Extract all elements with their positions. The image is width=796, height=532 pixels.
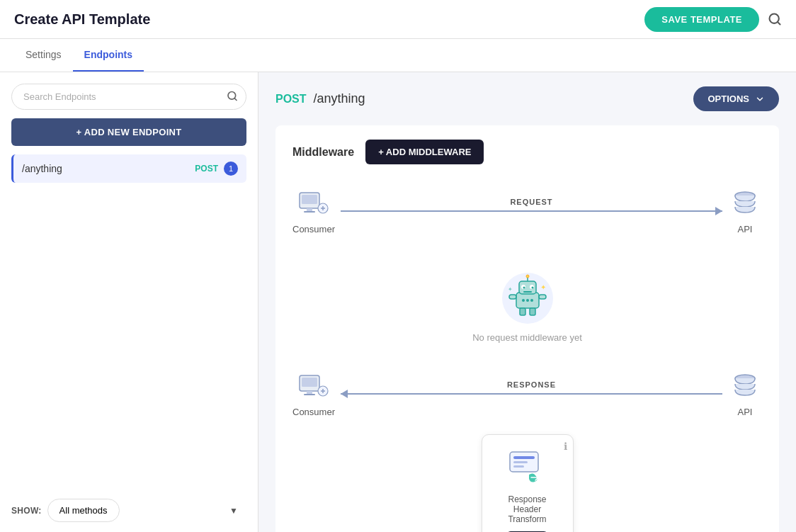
svg-point-21 — [526, 275, 529, 278]
api-icon — [728, 187, 762, 221]
svg-rect-23 — [539, 295, 546, 299]
consumer-request-label: Consumer — [292, 224, 335, 234]
svg-point-17 — [523, 287, 525, 289]
endpoint-item[interactable]: /anything POST 1 — [11, 154, 246, 183]
header: Create API Template SAVE TEMPLATE — [0, 0, 796, 39]
path-label: /anything — [314, 91, 365, 106]
search-icon — [768, 12, 782, 26]
sidebar-bottom: SHOW: All methods GET POST PUT DELETE ▼ — [11, 487, 246, 522]
svg-rect-32 — [302, 378, 317, 387]
main-layout: + ADD NEW ENDPOINT /anything POST 1 SHOW… — [0, 72, 796, 532]
options-label: OPTIONS — [707, 94, 749, 104]
endpoint-header: POST /anything OPTIONS — [275, 86, 779, 111]
svg-rect-42 — [513, 465, 524, 468]
sidebar: + ADD NEW ENDPOINT /anything POST 1 SHOW… — [0, 72, 258, 532]
consumer-request-node: Consumer — [292, 187, 335, 234]
svg-rect-24 — [520, 308, 525, 315]
empty-illustration: ✦ ✦ — [499, 270, 556, 327]
middleware-section: Middleware + ADD MIDDLEWARE — [275, 125, 779, 532]
middleware-card: ℹ Response Header Transform EDIT — [482, 434, 574, 532]
svg-rect-6 — [307, 208, 312, 211]
response-arrow: RESPONSE — [341, 393, 722, 395]
svg-rect-22 — [509, 295, 516, 299]
consumer-response-icon — [297, 370, 331, 404]
show-label: SHOW: — [11, 506, 42, 516]
response-flow-row: Consumer RESPONSE API — [292, 364, 762, 423]
request-line: REQUEST — [341, 210, 722, 212]
select-wrapper: All methods GET POST PUT DELETE ▼ — [47, 499, 246, 522]
count-badge: 1 — [224, 162, 238, 176]
method-label: POST — [275, 93, 307, 106]
request-flow-row: Consumer REQUEST API — [292, 181, 762, 240]
chevron-down-icon: ▼ — [229, 506, 238, 516]
empty-middleware: ✦ ✦ No request middleware yet — [292, 249, 762, 364]
api-request-node: API — [728, 187, 762, 234]
methods-select[interactable]: All methods GET POST PUT DELETE — [47, 499, 120, 522]
empty-middleware-text: No request middleware yet — [472, 332, 582, 343]
consumer-response-label: Consumer — [292, 407, 335, 417]
options-button[interactable]: OPTIONS — [693, 86, 779, 111]
api-request-label: API — [738, 224, 753, 234]
middleware-title: Middleware — [292, 146, 354, 159]
middleware-card-title: Response Header Transform — [494, 494, 562, 524]
response-label: RESPONSE — [507, 380, 556, 389]
api-response-node: API — [728, 370, 762, 417]
svg-rect-34 — [304, 394, 315, 395]
search-icon — [227, 90, 238, 101]
search-input[interactable] — [11, 84, 246, 110]
add-endpoint-button[interactable]: + ADD NEW ENDPOINT — [11, 118, 246, 146]
tab-settings[interactable]: Settings — [14, 39, 73, 72]
svg-point-27 — [526, 299, 529, 302]
chevron-down-icon — [755, 94, 765, 104]
tab-endpoints[interactable]: Endpoints — [73, 39, 144, 72]
search-container — [11, 84, 246, 110]
save-template-button[interactable]: SAVE TEMPLATE — [644, 7, 759, 32]
svg-point-18 — [531, 287, 533, 289]
svg-rect-33 — [307, 391, 312, 394]
consumer-icon — [297, 187, 331, 221]
svg-text:✦: ✦ — [508, 286, 513, 293]
consumer-response-node: Consumer — [292, 370, 335, 417]
svg-rect-7 — [304, 211, 315, 213]
endpoint-title: POST /anything — [275, 91, 365, 106]
svg-rect-40 — [513, 456, 535, 459]
request-label: REQUEST — [510, 198, 552, 206]
endpoint-right: POST 1 — [195, 162, 238, 176]
tabs-bar: Settings Endpoints — [0, 39, 796, 72]
svg-point-28 — [530, 299, 533, 302]
api-response-label: API — [738, 407, 753, 417]
svg-line-1 — [778, 22, 780, 25]
show-row: SHOW: All methods GET POST PUT DELETE ▼ — [11, 499, 246, 522]
header-actions: SAVE TEMPLATE — [644, 7, 782, 32]
method-badge: POST — [195, 164, 218, 174]
content-area: POST /anything OPTIONS Middleware + ADD … — [258, 72, 796, 532]
api-response-icon — [728, 370, 762, 404]
svg-point-26 — [522, 299, 525, 302]
add-middleware-button[interactable]: + ADD MIDDLEWARE — [365, 140, 484, 164]
svg-rect-5 — [302, 195, 317, 204]
search-submit-button[interactable] — [227, 90, 238, 103]
request-arrow: REQUEST — [341, 210, 722, 212]
global-search-button[interactable] — [768, 12, 782, 26]
svg-rect-19 — [523, 291, 532, 293]
svg-text:✦: ✦ — [540, 283, 546, 291]
response-header-transform-icon — [506, 446, 549, 489]
middleware-header: Middleware + ADD MIDDLEWARE — [292, 140, 762, 164]
page-title: Create API Template — [14, 11, 150, 28]
endpoint-path: /anything — [22, 163, 62, 174]
svg-rect-41 — [513, 461, 528, 463]
svg-line-3 — [234, 98, 237, 100]
svg-rect-25 — [530, 308, 535, 315]
info-icon[interactable]: ℹ — [564, 441, 567, 452]
response-line: RESPONSE — [341, 393, 722, 395]
